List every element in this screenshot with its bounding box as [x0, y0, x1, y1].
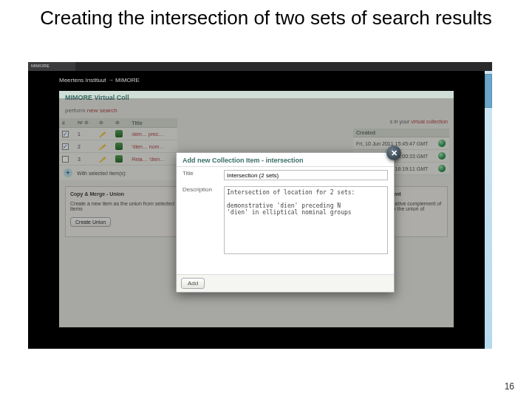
browser-tab[interactable]: MIMORE	[28, 62, 75, 71]
browser-window: MIMORE Meertens Instituut → MIMORE MIMOR…	[28, 62, 492, 349]
add-item-dialog: ✕ Add new Collection Item - intersection…	[176, 152, 395, 293]
scrollbar-thumb[interactable]	[485, 74, 492, 108]
breadcrumb: Meertens Instituut → MIMORE	[28, 71, 485, 89]
dialog-title: Add new Collection Item - intersection	[177, 153, 394, 167]
description-textarea[interactable]	[224, 186, 388, 254]
tab-bar: MIMORE	[28, 62, 492, 71]
add-button[interactable]: Add	[181, 278, 205, 289]
slide-title: Creating the intersection of two sets of…	[0, 0, 532, 33]
close-icon[interactable]: ✕	[386, 146, 401, 160]
description-label: Description	[183, 186, 219, 254]
title-input[interactable]	[224, 170, 388, 180]
page-number: 16	[505, 381, 514, 392]
vertical-scrollbar[interactable]	[485, 71, 492, 349]
title-label: Title	[183, 170, 219, 180]
